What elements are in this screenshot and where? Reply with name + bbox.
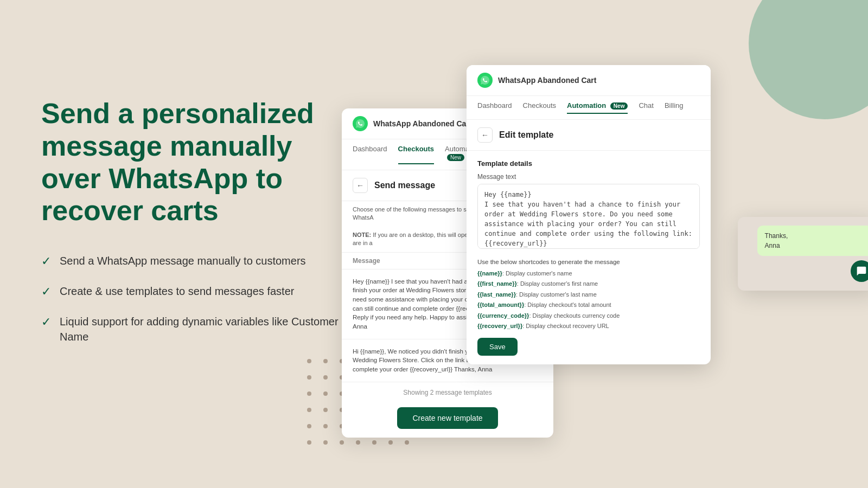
feature-list: ✓ Send a WhatsApp message manually to cu… (41, 253, 345, 344)
chat-icon-button[interactable] (851, 260, 868, 282)
shortcode-last-name: {{last_name}}: Display customer's last n… (477, 291, 700, 299)
send-message-back-button[interactable]: ← (353, 178, 368, 193)
nav-chat-back[interactable]: Chat (639, 101, 653, 114)
nav-automation-back[interactable]: Automation New (567, 101, 628, 114)
shortcode-currency-code: {{currency_code}}: Display checkouts cur… (477, 312, 700, 320)
main-heading: Send a personalized message manually ove… (41, 98, 345, 227)
message-text-label: Message text (477, 173, 700, 181)
chat-message-2: Anna (765, 242, 780, 249)
svg-point-3 (307, 375, 311, 380)
edit-template-window: WhatsApp Abandoned Cart Dashboard Checko… (467, 65, 711, 364)
nav-dashboard-front[interactable]: Dashboard (353, 145, 387, 164)
shortcode-name: {{name}}: Display customer's name (477, 269, 700, 278)
feature-item-1: ✓ Send a WhatsApp message manually to cu… (41, 253, 345, 268)
showing-templates-text: Showing 2 message templates (342, 382, 553, 403)
message-textarea[interactable]: Hey {{name}} I see that you haven't had … (477, 184, 700, 249)
nav-checkouts-back[interactable]: Checkouts (523, 101, 556, 114)
edit-template-header: ← Edit template (467, 120, 711, 151)
edit-template-title: Edit template (499, 130, 553, 140)
nav-checkouts-front[interactable]: Checkouts (398, 145, 434, 164)
shortcode-recovery-url: {{recovery_url}}: Display checkout recov… (477, 322, 700, 330)
checkmark-icon-2: ✓ (41, 285, 51, 299)
svg-point-9 (307, 408, 311, 412)
feature-text-3: Liquid support for adding dynamic variab… (60, 314, 345, 344)
save-template-button[interactable]: Save (477, 338, 518, 356)
feature-item-2: ✓ Create & use templates to send message… (41, 284, 345, 299)
back-app-title: WhatsApp Abandoned Cart (498, 76, 596, 85)
send-message-title: Send message (374, 181, 435, 190)
nav-billing-back[interactable]: Billing (665, 101, 684, 114)
feature-item-3: ✓ Liquid support for adding dynamic vari… (41, 314, 345, 344)
nav-dashboard-back[interactable]: Dashboard (477, 101, 512, 114)
svg-point-0 (307, 359, 311, 363)
svg-point-6 (307, 391, 311, 396)
template-details-section: Template details Message text Hey {{name… (467, 151, 711, 364)
feature-text-1: Send a WhatsApp message manually to cust… (60, 253, 306, 268)
shortcodes-list: {{name}}: Display customer's name {{firs… (477, 269, 700, 330)
back-window-header: WhatsApp Abandoned Cart (467, 65, 711, 96)
shortcodes-title: Use the below shortcodes to generate the… (477, 259, 700, 265)
app-logo-back (477, 73, 493, 88)
edit-template-back-button[interactable]: ← (477, 127, 493, 143)
screenshots-area: WhatsApp Abandoned Cart Dashboard Checko… (326, 0, 868, 488)
svg-point-23 (307, 440, 311, 445)
left-content-area: Send a personalized message manually ove… (41, 98, 345, 344)
automation-badge-back: New (610, 102, 628, 110)
chat-bubble: Thanks, Anna (757, 226, 868, 256)
shortcode-first-name: {{first_name}}: Display customer's first… (477, 280, 700, 288)
checkmark-icon-1: ✓ (41, 254, 51, 268)
chat-preview-window: Thanks, Anna (738, 217, 868, 291)
front-app-title: WhatsApp Abandoned Cart (373, 119, 471, 128)
template-details-label: Template details (477, 159, 700, 168)
checkmark-icon-3: ✓ (41, 315, 51, 329)
automation-badge-front: New (447, 154, 464, 161)
col-message: Message (353, 257, 380, 265)
chat-message-1: Thanks, (765, 232, 788, 240)
shortcode-total-amount: {{total_amount}}: Display checkout's tot… (477, 301, 700, 309)
back-window-nav: Dashboard Checkouts Automation New Chat … (467, 96, 711, 120)
svg-point-16 (307, 424, 311, 428)
create-template-button[interactable]: Create new template (397, 407, 497, 429)
app-logo-front (353, 116, 368, 131)
feature-text-2: Create & use templates to send messages … (60, 284, 294, 299)
note-label: NOTE: (353, 232, 371, 238)
